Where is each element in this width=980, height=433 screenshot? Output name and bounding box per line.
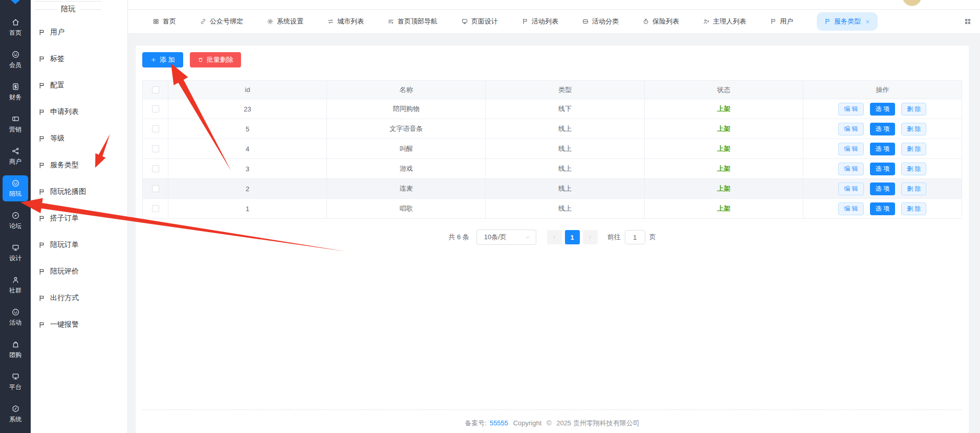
delete-button[interactable]: 删 除: [901, 103, 926, 116]
submenu-item[interactable]: 搭子订单: [31, 205, 127, 232]
tab-item[interactable]: 城市列表: [327, 17, 364, 26]
option-button[interactable]: 选 项: [870, 143, 895, 155]
status-link[interactable]: 上架: [717, 125, 730, 132]
cell-status: 上架: [644, 139, 803, 159]
tab-item[interactable]: 首页顶部导航: [387, 17, 438, 26]
edit-button[interactable]: 编 辑: [838, 202, 863, 215]
submenu-item[interactable]: 陪玩订单: [31, 232, 127, 258]
sidebar-item[interactable]: 团购: [3, 336, 28, 362]
submenu-item[interactable]: 陪玩评价: [31, 258, 127, 285]
current-page-button[interactable]: 1: [565, 230, 580, 244]
row-checkbox[interactable]: [152, 165, 159, 172]
row-checkbox[interactable]: [152, 205, 159, 212]
chevron-left-icon: [551, 234, 557, 240]
edit-button[interactable]: 编 辑: [838, 163, 863, 175]
flag-icon: [38, 268, 46, 276]
status-link[interactable]: 上架: [717, 145, 730, 152]
goto-page-input[interactable]: [625, 230, 645, 244]
row-checkbox[interactable]: [152, 125, 159, 132]
sidebar-item[interactable]: 首页: [3, 14, 28, 40]
edit-button[interactable]: 编 辑: [838, 183, 863, 195]
next-page-button[interactable]: [583, 230, 598, 244]
sidebar-item-label: 财务: [9, 93, 21, 102]
nav-list-icon: [387, 18, 395, 25]
merchant-icon: [11, 147, 20, 155]
row-checkbox[interactable]: [152, 145, 159, 152]
edit-button[interactable]: 编 辑: [838, 103, 863, 116]
sidebar-item-label: 设计: [9, 254, 21, 263]
sidebar-item[interactable]: 活动: [3, 304, 28, 330]
tab-item[interactable]: 活动列表: [521, 17, 558, 26]
sidebar-item[interactable]: 论坛: [3, 208, 28, 234]
cell-checkbox: [143, 119, 168, 139]
status-link[interactable]: 上架: [717, 185, 730, 192]
tab-service-type-active[interactable]: 服务类型: [817, 12, 878, 31]
submenu-item[interactable]: 等级: [31, 125, 127, 152]
submenu-item[interactable]: 标签: [31, 45, 127, 72]
status-link[interactable]: 上架: [717, 105, 730, 112]
close-icon[interactable]: [865, 19, 870, 25]
flag-icon: [38, 321, 46, 329]
tab-item[interactable]: 系统设置: [267, 17, 303, 26]
sidebar-item[interactable]: 财务: [3, 79, 28, 105]
option-button[interactable]: 选 项: [870, 123, 895, 135]
add-button[interactable]: 添 加: [142, 52, 183, 67]
apps-grid-icon[interactable]: [964, 17, 972, 28]
edit-button[interactable]: 编 辑: [838, 123, 863, 135]
status-link[interactable]: 上架: [717, 204, 730, 212]
sidebar-item-label: 商户: [9, 157, 21, 166]
tabs-list: 首页公众号绑定系统设置城市列表首页顶部导航页面设计活动列表活动分类保险列表主理人…: [153, 17, 793, 26]
beian-label: 备案号:: [465, 419, 487, 427]
tab-item[interactable]: 公众号绑定: [200, 17, 243, 26]
cell-name: 唱歌: [327, 199, 486, 219]
submenu-item[interactable]: 服务类型: [31, 152, 127, 178]
submenu-item[interactable]: 出行方式: [31, 285, 127, 311]
cell-type: 线下: [486, 99, 644, 119]
submenu-item[interactable]: 一键报警: [31, 311, 127, 338]
delete-button[interactable]: 删 除: [901, 183, 926, 195]
option-button[interactable]: 选 项: [870, 202, 895, 215]
submenu-item[interactable]: 配置: [31, 72, 127, 99]
delete-button[interactable]: 删 除: [901, 123, 926, 135]
batch-delete-button[interactable]: 批量删除: [190, 52, 241, 67]
select-all-checkbox[interactable]: [152, 86, 159, 94]
submenu-item[interactable]: 陪玩轮播图: [31, 178, 127, 205]
tab-item[interactable]: 首页: [153, 17, 176, 26]
option-button[interactable]: 选 项: [870, 103, 895, 116]
edit-button[interactable]: 编 辑: [838, 143, 863, 155]
sidebar-item[interactable]: 系统: [3, 401, 28, 427]
cell-id: 23: [168, 99, 327, 119]
monitor-icon: [461, 18, 468, 25]
status-link[interactable]: 上架: [717, 165, 730, 172]
submenu-item[interactable]: 用户: [31, 19, 127, 45]
tab-item[interactable]: 活动分类: [582, 17, 619, 26]
prev-page-button[interactable]: [547, 230, 562, 244]
tab-item[interactable]: 主理人列表: [703, 17, 746, 26]
cell-id: 4: [168, 139, 327, 159]
cell-actions: 编 辑选 项删 除: [803, 179, 962, 199]
option-button[interactable]: 选 项: [870, 183, 895, 195]
tab-item[interactable]: 页面设计: [461, 17, 498, 26]
submenu-item-label: 一键报警: [50, 320, 79, 329]
avatar[interactable]: [902, 0, 922, 6]
delete-button[interactable]: 删 除: [901, 163, 926, 175]
page-unit-label: 页: [649, 233, 656, 242]
sidebar-item[interactable]: 商户: [3, 143, 28, 169]
delete-button[interactable]: 删 除: [901, 202, 926, 215]
sidebar-item[interactable]: 陪玩: [3, 175, 28, 201]
row-checkbox[interactable]: [152, 185, 159, 192]
delete-button[interactable]: 删 除: [901, 143, 926, 155]
row-checkbox[interactable]: [152, 105, 159, 112]
page-size-select[interactable]: 10条/页: [476, 230, 536, 245]
table-row: 3游戏线上上架编 辑选 项删 除: [143, 159, 962, 179]
sidebar-item[interactable]: 营销: [3, 111, 28, 137]
sidebar-item[interactable]: 社群: [3, 272, 28, 298]
sidebar-item[interactable]: 平台: [3, 369, 28, 395]
beian-number[interactable]: 55555: [490, 419, 508, 427]
tab-item[interactable]: 用户: [770, 17, 793, 26]
sidebar-item[interactable]: 设计: [3, 240, 28, 266]
sidebar-item[interactable]: 会员: [3, 47, 28, 73]
submenu-item[interactable]: 申请列表: [31, 99, 127, 125]
option-button[interactable]: 选 项: [870, 163, 895, 175]
tab-item[interactable]: 保险列表: [642, 17, 679, 26]
